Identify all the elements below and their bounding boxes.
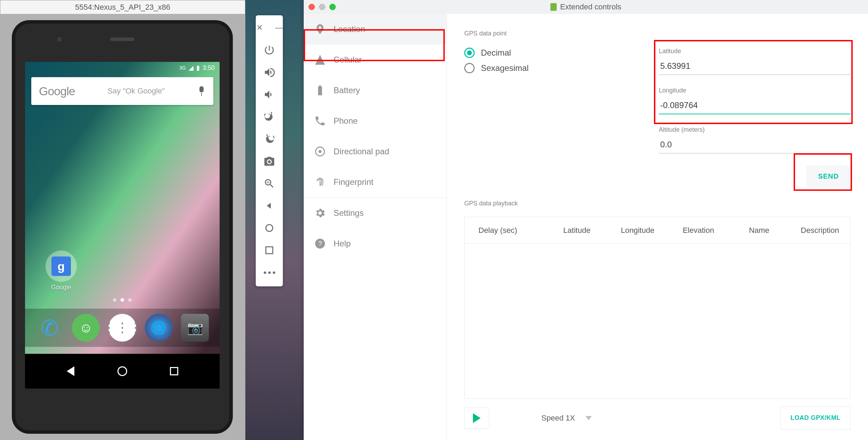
phone-frame: 3G ◢ ▮ 3:50 Google Say "Ok Google" g Goo… bbox=[12, 20, 233, 434]
rotate-left-icon[interactable] bbox=[262, 110, 276, 124]
send-button[interactable]: SEND bbox=[806, 165, 851, 187]
latitude-label: Latitude bbox=[659, 48, 851, 55]
gps-point-heading: GPS data point bbox=[464, 30, 851, 37]
close-window-icon[interactable] bbox=[309, 4, 315, 10]
radio-label: Sexagesimal bbox=[481, 63, 529, 73]
status-clock: 3:50 bbox=[203, 64, 215, 72]
battery-icon bbox=[314, 84, 326, 96]
network-indicator: 3G bbox=[179, 65, 186, 71]
longitude-label: Longitude bbox=[659, 87, 851, 94]
play-icon bbox=[473, 413, 481, 423]
google-search-widget[interactable]: Google Say "Ok Google" bbox=[31, 77, 213, 105]
svg-rect-1 bbox=[266, 247, 273, 254]
altitude-input[interactable] bbox=[659, 138, 851, 154]
screenshot-icon[interactable] bbox=[262, 154, 276, 168]
power-icon[interactable] bbox=[262, 43, 276, 57]
zoom-window-icon[interactable] bbox=[329, 4, 336, 10]
sidebar-item-dpad[interactable]: Directional pad bbox=[304, 136, 447, 167]
home-button[interactable] bbox=[116, 365, 129, 377]
phone-icon bbox=[314, 115, 326, 127]
chevron-down-icon bbox=[586, 416, 592, 420]
rotate-right-icon[interactable] bbox=[262, 132, 276, 146]
phone-app-icon[interactable]: ✆ bbox=[36, 314, 64, 342]
sidebar: Location Cellular Battery Phone Directio… bbox=[304, 14, 447, 440]
col-delay: Delay (sec) bbox=[465, 226, 547, 235]
mic-icon[interactable] bbox=[197, 86, 206, 96]
help-icon: ? bbox=[314, 238, 326, 250]
app-drawer-icon[interactable]: ⋮⋮⋮ bbox=[108, 314, 136, 342]
radio-decimal[interactable]: Decimal bbox=[464, 48, 659, 58]
minimize-window-icon[interactable] bbox=[319, 4, 325, 10]
overview-button[interactable] bbox=[168, 365, 180, 377]
sidebar-item-location[interactable]: Location bbox=[304, 14, 447, 44]
back-icon[interactable] bbox=[262, 199, 276, 213]
google-app-shortcut[interactable]: g Google bbox=[44, 251, 78, 291]
col-latitude: Latitude bbox=[547, 226, 607, 235]
zoom-icon[interactable] bbox=[262, 177, 276, 190]
volume-down-icon[interactable] bbox=[262, 88, 276, 101]
altitude-label: Altitude (meters) bbox=[659, 126, 851, 133]
android-navbar bbox=[25, 354, 220, 389]
camera-app-icon[interactable]: 📷 bbox=[181, 314, 209, 342]
window-titlebar[interactable]: Extended controls bbox=[304, 0, 868, 14]
home-icon[interactable] bbox=[262, 221, 276, 235]
sidebar-item-label: Cellular bbox=[334, 55, 362, 65]
more-icon[interactable] bbox=[262, 266, 276, 279]
svg-point-3 bbox=[319, 150, 322, 153]
sidebar-item-fingerprint[interactable]: Fingerprint bbox=[304, 167, 447, 197]
google-logo-text: Google bbox=[39, 84, 75, 98]
app-icon bbox=[550, 3, 557, 11]
sidebar-item-label: Settings bbox=[334, 208, 364, 218]
speed-label: Speed 1X bbox=[541, 414, 575, 423]
sidebar-item-battery[interactable]: Battery bbox=[304, 75, 447, 106]
minimize-icon[interactable]: — bbox=[272, 21, 286, 35]
col-longitude: Longitude bbox=[607, 226, 668, 235]
sidebar-item-label: Phone bbox=[334, 116, 358, 126]
sidebar-item-label: Battery bbox=[334, 85, 360, 95]
overview-icon[interactable] bbox=[262, 243, 276, 257]
longitude-input[interactable] bbox=[659, 98, 851, 114]
location-pin-icon bbox=[314, 23, 326, 35]
gps-playback-heading: GPS data playback bbox=[464, 200, 851, 207]
google-app-label: Google bbox=[44, 284, 78, 291]
close-icon[interactable]: ✕ bbox=[253, 21, 267, 35]
search-hint: Say "Ok Google" bbox=[107, 87, 165, 96]
browser-app-icon[interactable]: 🌐 bbox=[145, 314, 173, 342]
sidebar-item-settings[interactable]: Settings bbox=[304, 198, 447, 228]
fingerprint-icon bbox=[314, 176, 326, 188]
load-gpx-kml-button[interactable]: LOAD GPX/KML bbox=[780, 406, 851, 430]
sidebar-item-help[interactable]: ? Help bbox=[304, 228, 447, 259]
playback-table: Delay (sec) Latitude Longitude Elevation… bbox=[464, 217, 851, 399]
signal-icon: ◢ bbox=[189, 64, 194, 72]
latitude-input[interactable] bbox=[659, 59, 851, 75]
battery-icon: ▮ bbox=[196, 64, 200, 72]
sidebar-item-phone[interactable]: Phone bbox=[304, 106, 447, 136]
volume-up-icon[interactable] bbox=[262, 65, 276, 79]
messages-app-icon[interactable]: ☺ bbox=[72, 314, 100, 342]
emulator-window: 5554:Nexus_5_API_23_x86 3G ◢ ▮ 3:50 Goog… bbox=[0, 0, 245, 440]
sidebar-item-label: Directional pad bbox=[334, 147, 389, 156]
content-pane: GPS data point Decimal Sexagesimal L bbox=[447, 14, 868, 440]
gear-icon bbox=[314, 207, 326, 219]
extended-controls-window: Extended controls Location Cellular Batt… bbox=[304, 0, 868, 440]
back-button[interactable] bbox=[64, 365, 77, 377]
phone-screen[interactable]: 3G ◢ ▮ 3:50 Google Say "Ok Google" g Goo… bbox=[25, 62, 220, 389]
sidebar-item-label: Help bbox=[334, 239, 351, 248]
sidebar-item-cellular[interactable]: Cellular bbox=[304, 44, 447, 75]
radio-selected-icon bbox=[464, 48, 475, 58]
page-indicator bbox=[113, 298, 132, 302]
speed-select[interactable]: Speed 1X bbox=[541, 414, 592, 423]
earpiece-icon bbox=[110, 38, 134, 41]
dock: ✆ ☺ ⋮⋮⋮ 🌐 📷 bbox=[25, 309, 220, 347]
col-desc: Description bbox=[789, 226, 850, 235]
svg-text:?: ? bbox=[318, 240, 322, 247]
radio-sexagesimal[interactable]: Sexagesimal bbox=[464, 63, 659, 73]
google-tile-icon: g bbox=[51, 256, 71, 276]
emulator-toolbar: ✕ — bbox=[256, 15, 283, 286]
radio-label: Decimal bbox=[481, 48, 511, 58]
play-button[interactable] bbox=[464, 408, 489, 429]
dpad-icon bbox=[314, 146, 326, 157]
status-bar: 3G ◢ ▮ 3:50 bbox=[25, 62, 220, 74]
radio-unselected-icon bbox=[464, 63, 475, 73]
table-header: Delay (sec) Latitude Longitude Elevation… bbox=[465, 217, 850, 244]
